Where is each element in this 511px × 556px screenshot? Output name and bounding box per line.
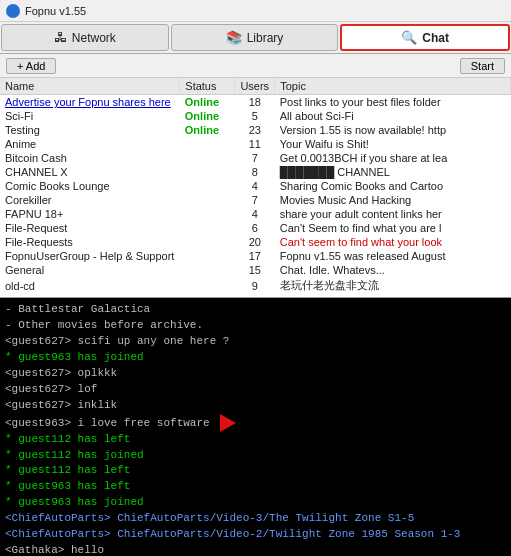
cell-users: 4 [235,207,275,221]
title-text: Fopnu v1.55 [25,5,86,17]
tab-library-label: Library [247,31,284,45]
cell-topic: ███████ CHANNEL [275,165,511,179]
cell-users: 5 [235,109,275,123]
table-row[interactable]: TestingOnline23Version 1.55 is now avail… [0,123,511,137]
cell-topic: Post links to your best files folder [275,95,511,110]
start-button-label: Start [471,60,494,72]
cell-users: 20 [235,235,275,249]
tab-chat-label: Chat [422,31,449,45]
cell-users: 8 [235,165,275,179]
cell-status [180,179,235,193]
tab-chat[interactable]: 🔍 Chat [340,24,510,51]
cell-name: CHANNEL X [0,165,180,179]
network-icon: 🖧 [54,30,67,45]
cell-topic: Sharing Comic Books and Cartoo [275,179,511,193]
cell-users: 11 [235,137,275,151]
cell-users: 18 [235,95,275,110]
table-row[interactable]: Comic Books Lounge4Sharing Comic Books a… [0,179,511,193]
table-row[interactable]: FopnuUserGroup - Help & Support17Fopnu v… [0,249,511,263]
chat-line: - Other movies before archive. [5,318,506,334]
cell-topic: share your adult content links her [275,207,511,221]
channel-table: Name Status Users Topic Advertise your F… [0,78,511,294]
chat-line: - Battlestar Galactica [5,302,506,318]
table-row[interactable]: Advertise your Fopnu shares hereOnline18… [0,95,511,110]
table-row[interactable]: General15Chat. Idle. Whatevs... [0,263,511,277]
chat-line: <guest627> oplkkk [5,366,506,382]
chat-area: - Battlestar Galactica- Other movies bef… [0,298,511,556]
cell-status: Online [180,95,235,110]
cell-status: Online [180,123,235,137]
channel-tbody: Advertise your Fopnu shares hereOnline18… [0,95,511,295]
col-header-name: Name [0,78,180,95]
cell-name: File-Request [0,221,180,235]
cell-name: Sci-Fi [0,109,180,123]
table-row[interactable]: File-Request6Can't Seem to find what you… [0,221,511,235]
table-row[interactable]: Bitcoin Cash7Get 0.0013BCH if you share … [0,151,511,165]
chat-line: <guest627> inklik [5,398,506,414]
cell-status [180,165,235,179]
cell-name: General [0,263,180,277]
col-header-topic: Topic [275,78,511,95]
cell-users: 9 [235,277,275,294]
chat-line: * guest963 has joined [5,495,506,511]
tab-network-label: Network [72,31,116,45]
chat-line: <ChiefAutoParts> ChiefAutoParts/Video-2/… [5,527,506,543]
cell-name: Corekiller [0,193,180,207]
cell-topic: Fopnu v1.55 was released August [275,249,511,263]
cell-topic: Get 0.0013BCH if you share at lea [275,151,511,165]
chat-line: * guest112 has left [5,432,506,448]
table-row[interactable]: CHANNEL X8███████ CHANNEL [0,165,511,179]
chat-line: * guest112 has joined [5,448,506,464]
chat-line: <guest627> scifi up any one here ? [5,334,506,350]
start-button[interactable]: Start [460,58,505,74]
table-row[interactable]: Corekiller7Movies Music And Hacking [0,193,511,207]
table-row[interactable]: Sci-FiOnline5All about Sci-Fi [0,109,511,123]
cell-name: Comic Books Lounge [0,179,180,193]
cell-users: 7 [235,151,275,165]
cell-topic: Movies Music And Hacking [275,193,511,207]
table-header-row: Name Status Users Topic [0,78,511,95]
action-bar: + Add Start [0,54,511,78]
channel-table-container: Name Status Users Topic Advertise your F… [0,78,511,298]
app-icon [6,4,20,18]
red-arrow-icon [220,414,236,432]
cell-topic: Can't Seem to find what you are l [275,221,511,235]
cell-name: Anime [0,137,180,151]
chat-line: <guest627> lof [5,382,506,398]
cell-status [180,207,235,221]
table-row[interactable]: Anime11Your Waifu is Shit! [0,137,511,151]
cell-status [180,249,235,263]
chat-line: * guest963 has left [5,479,506,495]
table-row[interactable]: old-cd9老玩什老光盘非文流 [0,277,511,294]
add-button-label: + Add [17,60,45,72]
tab-bar: 🖧 Network 📚 Library 🔍 Chat [0,22,511,54]
chat-line: * guest112 has left [5,463,506,479]
cell-name: FAPNU 18+ [0,207,180,221]
cell-name: Bitcoin Cash [0,151,180,165]
chat-line: * guest963 has joined [5,350,506,366]
cell-topic: All about Sci-Fi [275,109,511,123]
title-bar: Fopnu v1.55 [0,0,511,22]
cell-name: old-cd [0,277,180,294]
chat-line: <ChiefAutoParts> ChiefAutoParts/Video-3/… [5,511,506,527]
cell-status [180,137,235,151]
cell-topic: Chat. Idle. Whatevs... [275,263,511,277]
cell-users: 4 [235,179,275,193]
cell-status [180,193,235,207]
chat-line: <guest963> i love free software [5,414,506,432]
table-row[interactable]: FAPNU 18+4share your adult content links… [0,207,511,221]
cell-users: 6 [235,221,275,235]
cell-topic: Can't seem to find what your look [275,235,511,249]
cell-name: FopnuUserGroup - Help & Support [0,249,180,263]
tab-network[interactable]: 🖧 Network [1,24,169,51]
table-row[interactable]: File-Requests20Can't seem to find what y… [0,235,511,249]
add-button[interactable]: + Add [6,58,56,74]
cell-topic: Version 1.55 is now available! http [275,123,511,137]
cell-status [180,263,235,277]
cell-status [180,235,235,249]
library-icon: 📚 [226,30,242,45]
tab-library[interactable]: 📚 Library [171,24,339,51]
cell-status [180,277,235,294]
cell-topic: Your Waifu is Shit! [275,137,511,151]
cell-name: Advertise your Fopnu shares here [0,95,180,110]
